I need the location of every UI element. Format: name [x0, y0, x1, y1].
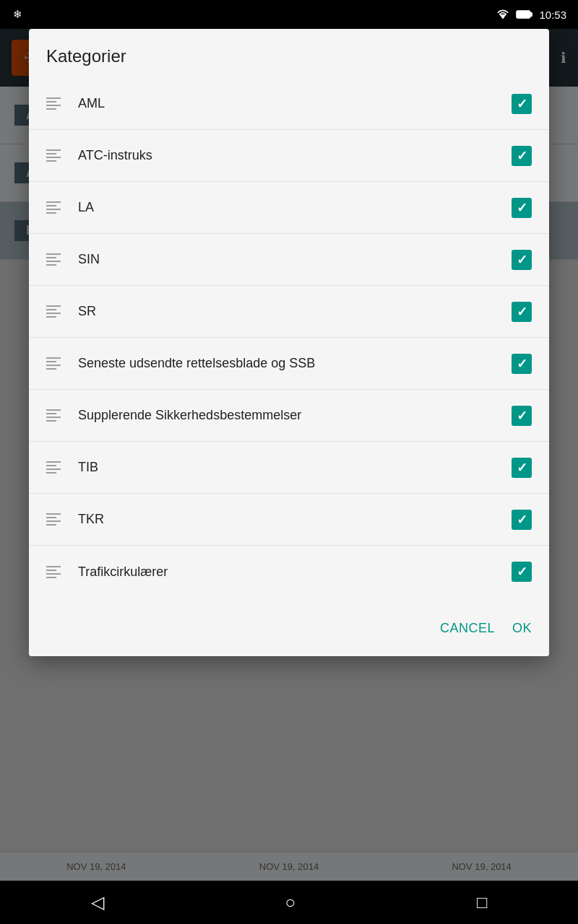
checkmark-supplerende: ✓ — [517, 409, 527, 422]
lines-icon-seneste — [46, 357, 61, 370]
checkmark-atc: ✓ — [517, 149, 527, 162]
category-label-aml: AML — [78, 96, 512, 111]
back-button[interactable]: ◁ — [74, 886, 121, 918]
category-item-tkr[interactable]: TKR✓ — [29, 494, 549, 546]
category-label-seneste: Seneste udsendte rettelsesblade og SSB — [78, 356, 512, 371]
svg-rect-2 — [517, 11, 530, 18]
checkmark-aml: ✓ — [517, 97, 527, 110]
snowflake-icon: ❄ — [12, 7, 26, 22]
ok-button[interactable]: OK — [512, 615, 532, 642]
category-item-atc[interactable]: ATC-instruks✓ — [29, 130, 549, 182]
category-label-atc: ATC-instruks — [78, 148, 512, 163]
category-item-sin[interactable]: SIN✓ — [29, 234, 549, 286]
wifi-icon — [496, 9, 510, 20]
category-item-sr[interactable]: SR✓ — [29, 286, 549, 338]
checkbox-la[interactable]: ✓ — [512, 198, 532, 218]
checkbox-sin[interactable]: ✓ — [512, 250, 532, 270]
category-item-trafik[interactable]: Trafikcirkulærer✓ — [29, 546, 549, 598]
category-item-seneste[interactable]: Seneste udsendte rettelsesblade og SSB✓ — [29, 338, 549, 390]
lines-icon-sin — [46, 253, 61, 266]
status-bar: ❄ 10:53 — [0, 0, 578, 29]
svg-text:❄: ❄ — [13, 8, 22, 20]
time-display: 10:53 — [539, 9, 566, 21]
lines-icon-supplerende — [46, 409, 61, 422]
checkmark-la: ✓ — [517, 201, 527, 214]
checkbox-tkr[interactable]: ✓ — [512, 510, 532, 530]
checkbox-aml[interactable]: ✓ — [512, 94, 532, 114]
checkmark-sin: ✓ — [517, 253, 527, 266]
recents-button[interactable]: □ — [460, 886, 505, 918]
category-label-sr: SR — [78, 304, 512, 319]
battery-icon — [516, 9, 533, 20]
nav-bar: ◁ ○ □ — [0, 881, 578, 924]
home-button[interactable]: ○ — [268, 886, 314, 918]
category-label-la: LA — [78, 200, 512, 215]
lines-icon-tib — [46, 461, 61, 474]
lines-icon-atc — [46, 149, 61, 162]
category-label-tib: TIB — [78, 460, 512, 475]
checkbox-atc[interactable]: ✓ — [512, 146, 532, 166]
category-label-trafik: Trafikcirkulærer — [78, 565, 512, 580]
cancel-button[interactable]: CANCEL — [440, 615, 495, 642]
dialog-title: Kategorier — [29, 29, 549, 78]
category-label-sin: SIN — [78, 252, 512, 267]
checkmark-sr: ✓ — [517, 305, 527, 318]
kategorier-dialog: Kategorier AML✓ATC-instruks✓LA✓SIN✓SR✓Se… — [29, 29, 549, 656]
status-bar-right: 10:53 — [496, 9, 566, 21]
svg-rect-3 — [530, 12, 532, 16]
lines-icon-trafik — [46, 566, 61, 578]
dialog-actions: CANCEL OK — [29, 603, 549, 656]
lines-icon-aml — [46, 97, 61, 110]
checkbox-sr[interactable]: ✓ — [512, 302, 532, 322]
dialog-body: AML✓ATC-instruks✓LA✓SIN✓SR✓Seneste udsen… — [29, 78, 549, 603]
category-item-aml[interactable]: AML✓ — [29, 78, 549, 130]
category-label-tkr: TKR — [78, 512, 512, 527]
status-bar-left: ❄ — [12, 7, 26, 22]
lines-icon-la — [46, 201, 61, 214]
checkmark-tkr: ✓ — [517, 513, 527, 526]
checkbox-supplerende[interactable]: ✓ — [512, 406, 532, 426]
category-item-la[interactable]: LA✓ — [29, 182, 549, 234]
checkmark-tib: ✓ — [517, 461, 527, 474]
checkbox-seneste[interactable]: ✓ — [512, 354, 532, 374]
lines-icon-tkr — [46, 513, 61, 526]
svg-marker-1 — [500, 14, 507, 19]
checkbox-tib[interactable]: ✓ — [512, 458, 532, 478]
checkmark-trafik: ✓ — [517, 565, 527, 578]
checkmark-seneste: ✓ — [517, 357, 527, 370]
category-label-supplerende: Supplerende Sikkerhedsbestemmelser — [78, 408, 512, 423]
checkbox-trafik[interactable]: ✓ — [512, 562, 532, 582]
category-item-supplerende[interactable]: Supplerende Sikkerhedsbestemmelser✓ — [29, 390, 549, 442]
category-item-tib[interactable]: TIB✓ — [29, 442, 549, 494]
lines-icon-sr — [46, 305, 61, 318]
